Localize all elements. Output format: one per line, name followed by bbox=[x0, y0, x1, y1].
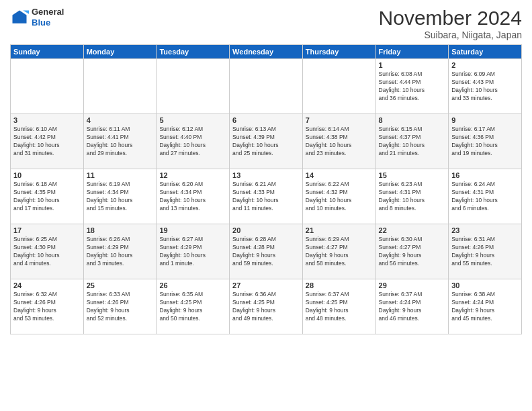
day-number: 22 bbox=[379, 226, 446, 234]
day-info: Sunrise: 6:35 AM Sunset: 4:25 PM Dayligh… bbox=[159, 291, 226, 323]
logo-icon bbox=[10, 8, 29, 27]
col-saturday: Saturday bbox=[449, 45, 522, 59]
day-number: 1 bbox=[379, 61, 446, 69]
calendar-cell: 5Sunrise: 6:12 AM Sunset: 4:40 PM Daylig… bbox=[157, 114, 230, 169]
day-number: 25 bbox=[87, 281, 154, 289]
col-wednesday: Wednesday bbox=[230, 45, 303, 59]
location: Suibara, Niigata, Japan bbox=[379, 30, 522, 40]
day-number: 17 bbox=[13, 226, 81, 234]
calendar-cell: 15Sunrise: 6:23 AM Sunset: 4:31 PM Dayli… bbox=[375, 169, 449, 224]
calendar-cell bbox=[83, 59, 157, 114]
day-number: 10 bbox=[13, 171, 81, 179]
calendar-cell bbox=[157, 59, 230, 114]
header-row: Sunday Monday Tuesday Wednesday Thursday… bbox=[11, 45, 522, 59]
calendar-cell: 29Sunrise: 6:37 AM Sunset: 4:24 PM Dayli… bbox=[375, 279, 449, 334]
day-info: Sunrise: 6:18 AM Sunset: 4:35 PM Dayligh… bbox=[13, 181, 81, 213]
calendar-cell: 14Sunrise: 6:22 AM Sunset: 4:32 PM Dayli… bbox=[302, 169, 375, 224]
calendar-cell: 25Sunrise: 6:33 AM Sunset: 4:26 PM Dayli… bbox=[83, 279, 157, 334]
col-sunday: Sunday bbox=[11, 45, 84, 59]
day-number: 24 bbox=[13, 281, 81, 289]
header: General Blue November 2024 Suibara, Niig… bbox=[10, 7, 522, 40]
day-number: 21 bbox=[306, 226, 373, 234]
day-number: 2 bbox=[451, 61, 519, 69]
day-info: Sunrise: 6:08 AM Sunset: 4:44 PM Dayligh… bbox=[379, 71, 446, 103]
col-friday: Friday bbox=[375, 45, 449, 59]
calendar-cell: 21Sunrise: 6:29 AM Sunset: 4:27 PM Dayli… bbox=[302, 224, 375, 279]
calendar-cell: 23Sunrise: 6:31 AM Sunset: 4:26 PM Dayli… bbox=[449, 224, 522, 279]
calendar-cell bbox=[302, 59, 375, 114]
day-info: Sunrise: 6:37 AM Sunset: 4:24 PM Dayligh… bbox=[379, 291, 446, 323]
day-number: 26 bbox=[159, 281, 226, 289]
calendar-cell: 1Sunrise: 6:08 AM Sunset: 4:44 PM Daylig… bbox=[375, 59, 449, 114]
calendar-cell: 3Sunrise: 6:10 AM Sunset: 4:42 PM Daylig… bbox=[11, 114, 84, 169]
calendar-cell: 9Sunrise: 6:17 AM Sunset: 4:36 PM Daylig… bbox=[449, 114, 522, 169]
calendar-cell bbox=[11, 59, 84, 114]
calendar-cell: 16Sunrise: 6:24 AM Sunset: 4:31 PM Dayli… bbox=[449, 169, 522, 224]
svg-marker-0 bbox=[13, 10, 27, 23]
day-number: 7 bbox=[306, 116, 373, 124]
col-thursday: Thursday bbox=[302, 45, 375, 59]
day-info: Sunrise: 6:30 AM Sunset: 4:27 PM Dayligh… bbox=[379, 236, 446, 268]
calendar-cell: 10Sunrise: 6:18 AM Sunset: 4:35 PM Dayli… bbox=[11, 169, 84, 224]
calendar-cell: 8Sunrise: 6:15 AM Sunset: 4:37 PM Daylig… bbox=[375, 114, 449, 169]
calendar-row-2: 10Sunrise: 6:18 AM Sunset: 4:35 PM Dayli… bbox=[11, 169, 522, 224]
calendar-cell: 22Sunrise: 6:30 AM Sunset: 4:27 PM Dayli… bbox=[375, 224, 449, 279]
day-number: 3 bbox=[13, 116, 81, 124]
calendar-cell: 12Sunrise: 6:20 AM Sunset: 4:34 PM Dayli… bbox=[157, 169, 230, 224]
calendar-body: 1Sunrise: 6:08 AM Sunset: 4:44 PM Daylig… bbox=[11, 59, 522, 334]
col-monday: Monday bbox=[83, 45, 157, 59]
day-number: 6 bbox=[232, 116, 300, 124]
calendar-header: Sunday Monday Tuesday Wednesday Thursday… bbox=[11, 45, 522, 59]
day-info: Sunrise: 6:10 AM Sunset: 4:42 PM Dayligh… bbox=[13, 126, 81, 158]
day-info: Sunrise: 6:13 AM Sunset: 4:39 PM Dayligh… bbox=[232, 126, 300, 158]
calendar-cell: 30Sunrise: 6:38 AM Sunset: 4:24 PM Dayli… bbox=[449, 279, 522, 334]
day-number: 18 bbox=[87, 226, 154, 234]
day-info: Sunrise: 6:24 AM Sunset: 4:31 PM Dayligh… bbox=[451, 181, 519, 213]
logo-text: General Blue bbox=[32, 7, 64, 28]
day-number: 12 bbox=[159, 171, 226, 179]
calendar-cell: 28Sunrise: 6:37 AM Sunset: 4:25 PM Dayli… bbox=[302, 279, 375, 334]
logo: General Blue bbox=[10, 7, 64, 28]
day-info: Sunrise: 6:21 AM Sunset: 4:33 PM Dayligh… bbox=[232, 181, 300, 213]
day-number: 29 bbox=[379, 281, 446, 289]
day-info: Sunrise: 6:15 AM Sunset: 4:37 PM Dayligh… bbox=[379, 126, 446, 158]
calendar-cell: 11Sunrise: 6:19 AM Sunset: 4:34 PM Dayli… bbox=[83, 169, 157, 224]
day-info: Sunrise: 6:11 AM Sunset: 4:41 PM Dayligh… bbox=[87, 126, 154, 158]
day-info: Sunrise: 6:28 AM Sunset: 4:28 PM Dayligh… bbox=[232, 236, 300, 268]
day-number: 16 bbox=[451, 171, 519, 179]
day-number: 4 bbox=[87, 116, 154, 124]
day-number: 23 bbox=[451, 226, 519, 234]
day-number: 30 bbox=[451, 281, 519, 289]
calendar-cell: 7Sunrise: 6:14 AM Sunset: 4:38 PM Daylig… bbox=[302, 114, 375, 169]
col-tuesday: Tuesday bbox=[157, 45, 230, 59]
day-info: Sunrise: 6:37 AM Sunset: 4:25 PM Dayligh… bbox=[306, 291, 373, 323]
day-info: Sunrise: 6:19 AM Sunset: 4:34 PM Dayligh… bbox=[87, 181, 154, 213]
day-number: 8 bbox=[379, 116, 446, 124]
calendar-cell: 6Sunrise: 6:13 AM Sunset: 4:39 PM Daylig… bbox=[230, 114, 303, 169]
calendar-row-1: 3Sunrise: 6:10 AM Sunset: 4:42 PM Daylig… bbox=[11, 114, 522, 169]
calendar-cell: 24Sunrise: 6:32 AM Sunset: 4:26 PM Dayli… bbox=[11, 279, 84, 334]
calendar-cell: 20Sunrise: 6:28 AM Sunset: 4:28 PM Dayli… bbox=[230, 224, 303, 279]
calendar-cell: 4Sunrise: 6:11 AM Sunset: 4:41 PM Daylig… bbox=[83, 114, 157, 169]
day-number: 20 bbox=[232, 226, 300, 234]
day-number: 15 bbox=[379, 171, 446, 179]
calendar-cell: 26Sunrise: 6:35 AM Sunset: 4:25 PM Dayli… bbox=[157, 279, 230, 334]
calendar-cell: 27Sunrise: 6:36 AM Sunset: 4:25 PM Dayli… bbox=[230, 279, 303, 334]
day-info: Sunrise: 6:17 AM Sunset: 4:36 PM Dayligh… bbox=[451, 126, 519, 158]
day-info: Sunrise: 6:14 AM Sunset: 4:38 PM Dayligh… bbox=[306, 126, 373, 158]
calendar-cell: 17Sunrise: 6:25 AM Sunset: 4:30 PM Dayli… bbox=[11, 224, 84, 279]
day-info: Sunrise: 6:32 AM Sunset: 4:26 PM Dayligh… bbox=[13, 291, 81, 323]
calendar-cell: 19Sunrise: 6:27 AM Sunset: 4:29 PM Dayli… bbox=[157, 224, 230, 279]
day-info: Sunrise: 6:38 AM Sunset: 4:24 PM Dayligh… bbox=[451, 291, 519, 323]
calendar-cell: 18Sunrise: 6:26 AM Sunset: 4:29 PM Dayli… bbox=[83, 224, 157, 279]
day-number: 5 bbox=[159, 116, 226, 124]
day-info: Sunrise: 6:22 AM Sunset: 4:32 PM Dayligh… bbox=[306, 181, 373, 213]
day-info: Sunrise: 6:20 AM Sunset: 4:34 PM Dayligh… bbox=[159, 181, 226, 213]
calendar-row-0: 1Sunrise: 6:08 AM Sunset: 4:44 PM Daylig… bbox=[11, 59, 522, 114]
day-info: Sunrise: 6:12 AM Sunset: 4:40 PM Dayligh… bbox=[159, 126, 226, 158]
day-info: Sunrise: 6:36 AM Sunset: 4:25 PM Dayligh… bbox=[232, 291, 300, 323]
day-number: 19 bbox=[159, 226, 226, 234]
day-info: Sunrise: 6:25 AM Sunset: 4:30 PM Dayligh… bbox=[13, 236, 81, 268]
calendar-cell: 2Sunrise: 6:09 AM Sunset: 4:43 PM Daylig… bbox=[449, 59, 522, 114]
day-info: Sunrise: 6:31 AM Sunset: 4:26 PM Dayligh… bbox=[451, 236, 519, 268]
